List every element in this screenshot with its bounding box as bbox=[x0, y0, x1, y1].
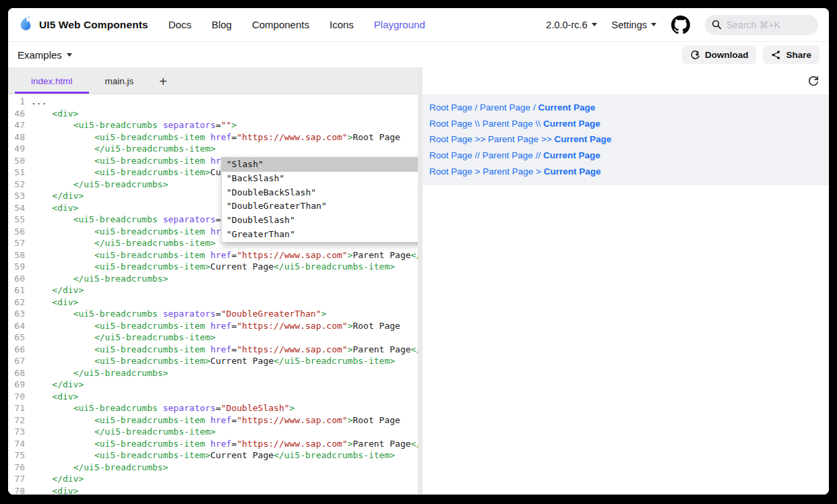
nav-link-icons[interactable]: Icons bbox=[330, 19, 354, 30]
nav-link-playground[interactable]: Playground bbox=[374, 19, 425, 30]
breadcrumb-link[interactable]: Root Page bbox=[429, 166, 472, 177]
breadcrumb-link[interactable]: Current Page bbox=[543, 150, 600, 160]
nav-link-docs[interactable]: Docs bbox=[168, 19, 191, 30]
line-number: 76 bbox=[8, 462, 31, 474]
code-line[interactable]: 60 </ui5-breadcrumbs> bbox=[8, 273, 418, 285]
code-line[interactable]: 48 <ui5-breadcrumbs-item href="https://w… bbox=[8, 131, 418, 144]
code-line[interactable]: 49 </ui5-breadcrumbs-item> bbox=[8, 143, 418, 155]
code-line[interactable]: 67 <ui5-breadcrumbs-item>Current Page</u… bbox=[8, 355, 418, 367]
code-token bbox=[31, 131, 94, 144]
breadcrumb-link[interactable]: Root Page bbox=[429, 102, 472, 113]
code-line[interactable]: 58 <ui5-breadcrumbs-item href="https://w… bbox=[8, 249, 418, 261]
autocomplete-item[interactable]: "DoubleBackSlash" bbox=[222, 186, 418, 200]
nav-link-components[interactable]: Components bbox=[252, 19, 309, 30]
code-line[interactable]: 75 <ui5-breadcrumbs-item>Current Page</u… bbox=[8, 449, 418, 462]
breadcrumb-link[interactable]: Root Page bbox=[429, 134, 472, 144]
autocomplete-item[interactable]: "DoubleGreaterThan" bbox=[222, 199, 418, 214]
code-line[interactable]: 59 <ui5-breadcrumbs-item>Current Page</u… bbox=[8, 261, 418, 273]
chevron-down-icon bbox=[651, 23, 656, 26]
code-line[interactable]: 61 </div> bbox=[8, 284, 418, 296]
code-token: <div> bbox=[52, 202, 78, 214]
settings-menu[interactable]: Settings bbox=[612, 20, 656, 30]
code-line[interactable]: 72 <ui5-breadcrumbs-item href="https://w… bbox=[8, 414, 418, 427]
share-button[interactable]: Share bbox=[763, 45, 819, 64]
autocomplete-item[interactable]: "BackSlash" bbox=[222, 172, 418, 186]
code-line[interactable]: 66 <ui5-breadcrumbs-item href="https://w… bbox=[8, 344, 418, 356]
breadcrumb-link[interactable]: Root Page bbox=[429, 150, 472, 160]
breadcrumb-link[interactable]: Parent Page bbox=[480, 102, 530, 113]
code-line[interactable]: 78 <div> bbox=[8, 485, 418, 495]
breadcrumb-row: Root Page \\ Parent Page \\ Current Page bbox=[429, 116, 829, 132]
examples-menu[interactable]: Examples bbox=[18, 49, 72, 61]
header: UI5 Web Components DocsBlogComponentsIco… bbox=[8, 8, 829, 42]
breadcrumb-link[interactable]: Parent Page bbox=[488, 134, 538, 144]
panel-resizer[interactable] bbox=[418, 67, 423, 495]
code-line[interactable]: 65 </ui5-breadcrumbs-item> bbox=[8, 332, 418, 344]
download-button[interactable]: Download bbox=[682, 45, 757, 64]
code-editor[interactable]: 1...46 <div>47 <ui5-breadcrumbs separato… bbox=[8, 94, 418, 495]
code-line[interactable]: 62 <div> bbox=[8, 296, 418, 309]
line-number: 59 bbox=[8, 261, 31, 273]
code-line[interactable]: 68 </ui5-breadcrumbs> bbox=[8, 367, 418, 379]
code-line[interactable]: 69 </div> bbox=[8, 379, 418, 391]
code-token: Parent Page bbox=[352, 438, 410, 450]
breadcrumb-link[interactable]: Parent Page bbox=[483, 119, 533, 129]
breadcrumb-separator: >> bbox=[538, 134, 554, 144]
code-token bbox=[205, 320, 210, 332]
brand[interactable]: UI5 Web Components bbox=[16, 14, 148, 36]
breadcrumb-link[interactable]: Current Page bbox=[544, 166, 601, 177]
code-token: <ui5-breadcrumbs-item bbox=[94, 155, 205, 167]
code-token bbox=[31, 462, 73, 474]
autocomplete-item[interactable]: "Slash" bbox=[222, 158, 418, 172]
share-icon bbox=[771, 50, 781, 60]
breadcrumb-link[interactable]: Parent Page bbox=[483, 166, 533, 177]
code-token bbox=[31, 449, 94, 462]
version-menu[interactable]: 2.0.0-rc.6 bbox=[546, 20, 596, 30]
code-line[interactable]: 1... bbox=[8, 96, 418, 108]
search-input[interactable] bbox=[726, 20, 801, 30]
breadcrumb-link[interactable]: Parent Page bbox=[483, 150, 533, 160]
code-line[interactable]: 70 <div> bbox=[8, 391, 418, 403]
code-line[interactable]: 63 <ui5-breadcrumbs separators="DoubleGr… bbox=[8, 308, 418, 320]
brand-title: UI5 Web Components bbox=[39, 19, 148, 31]
code-line[interactable]: 77 </div> bbox=[8, 473, 418, 485]
code-token: </ui5-breadcrumbs-item> bbox=[94, 143, 216, 155]
code-token bbox=[31, 332, 94, 344]
line-number: 67 bbox=[8, 355, 31, 367]
code-token: href bbox=[210, 344, 231, 356]
line-number: 52 bbox=[8, 179, 31, 191]
breadcrumb-separator: // bbox=[472, 150, 483, 160]
line-number: 78 bbox=[8, 485, 31, 495]
code-token: <ui5-breadcrumbs-item bbox=[94, 131, 205, 144]
autocomplete-item[interactable]: "DoubleSlash" bbox=[222, 214, 418, 228]
code-line[interactable]: 64 <ui5-breadcrumbs-item href="https://w… bbox=[8, 320, 418, 332]
code-token bbox=[31, 179, 73, 191]
breadcrumb-link[interactable]: Current Page bbox=[554, 134, 611, 144]
code-editor-panel: index.htmlmain.js+ 1...46 <div>47 <ui5-b… bbox=[8, 67, 418, 495]
toolbar: Examples Download Share bbox=[8, 42, 829, 67]
search-box[interactable] bbox=[705, 15, 818, 35]
code-line[interactable]: 46 <div> bbox=[8, 108, 418, 120]
code-line[interactable]: 47 <ui5-breadcrumbs separators=""> bbox=[8, 119, 418, 131]
code-token: "https://www.sap.com" bbox=[237, 249, 347, 261]
nav-link-blog[interactable]: Blog bbox=[212, 19, 232, 30]
code-line[interactable]: 71 <ui5-breadcrumbs separators="DoubleSl… bbox=[8, 402, 418, 414]
breadcrumb-link[interactable]: Current Page bbox=[538, 102, 595, 113]
code-token bbox=[31, 414, 94, 427]
breadcrumb-row: Root Page / Parent Page / Current Page bbox=[429, 100, 829, 116]
refresh-button[interactable] bbox=[807, 75, 819, 87]
editor-tab-main-js[interactable]: main.js bbox=[89, 70, 150, 94]
editor-tab-index-html[interactable]: index.html bbox=[15, 70, 89, 94]
line-number: 77 bbox=[8, 473, 31, 485]
add-tab-button[interactable]: + bbox=[150, 72, 177, 94]
autocomplete-item[interactable]: "GreaterThan" bbox=[222, 228, 418, 242]
code-token: </ui5-breadcrumbs> bbox=[73, 367, 168, 379]
code-line[interactable]: 74 <ui5-breadcrumbs-item href="https://w… bbox=[8, 438, 418, 450]
line-number: 47 bbox=[8, 119, 31, 131]
code-token: <ui5-breadcrumbs-item bbox=[94, 249, 205, 261]
code-line[interactable]: 73 </ui5-breadcrumbs-item> bbox=[8, 426, 418, 438]
breadcrumb-link[interactable]: Root Page bbox=[429, 119, 472, 129]
breadcrumb-link[interactable]: Current Page bbox=[543, 119, 600, 129]
github-link[interactable] bbox=[671, 15, 690, 34]
code-line[interactable]: 76 </ui5-breadcrumbs> bbox=[8, 462, 418, 474]
